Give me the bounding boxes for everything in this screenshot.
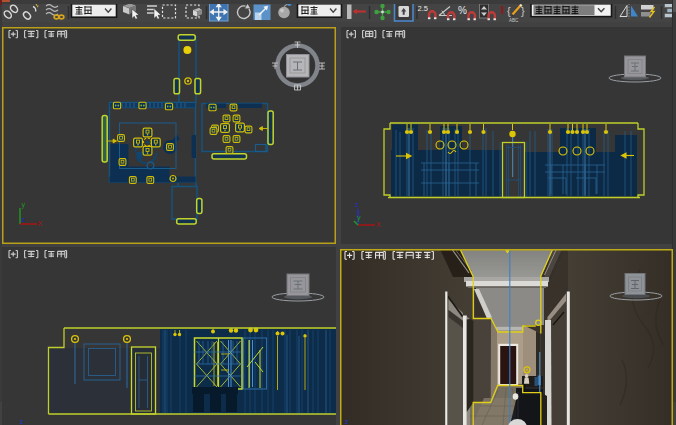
svg-text:ABC: ABC — [509, 18, 519, 23]
svg-text:%: % — [458, 5, 467, 16]
svg-text:z: z — [22, 216, 26, 223]
svg-text:X: X — [376, 221, 381, 228]
svg-text:{: { — [507, 5, 511, 17]
svg-text:y: y — [357, 214, 361, 222]
svg-text:X: X — [38, 220, 43, 227]
svg-text:2.5: 2.5 — [418, 4, 428, 13]
svg-text:z: z — [355, 201, 359, 208]
svg-text:y: y — [22, 201, 26, 209]
svg-text:z: z — [345, 418, 349, 425]
svg-text:}: } — [521, 5, 525, 17]
svg-text:z: z — [20, 418, 24, 425]
